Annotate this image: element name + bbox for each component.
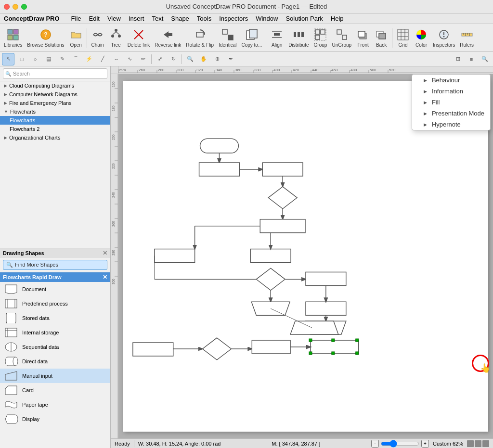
context-menu-fill[interactable]: ▶ Fill	[412, 97, 490, 108]
shape-manual-input[interactable]: Manual input	[0, 369, 110, 383]
identical-button[interactable]: Identical	[217, 26, 238, 51]
canvas-container[interactable]: ▶ Behaviour ▶ Information ▶ Fill ▶ Prese…	[118, 74, 493, 438]
menu-help[interactable]: Help	[327, 14, 348, 23]
sidebar-item-org[interactable]: ▶ Organizational Charts	[0, 133, 110, 142]
connect-tool[interactable]: ⌒	[69, 53, 82, 65]
svg-text:480: 480	[350, 68, 357, 72]
traffic-lights[interactable]	[4, 4, 27, 10]
shape-predefined-process[interactable]: Predefined process	[0, 296, 110, 311]
menu-view[interactable]: View	[104, 14, 125, 23]
color-icon	[415, 28, 428, 41]
sidebar-item-flowcharts-2[interactable]: Flowcharts 2	[0, 125, 110, 133]
zoom-slider[interactable]	[381, 441, 419, 447]
shape-paper-tape[interactable]: Paper tape	[0, 397, 110, 412]
delete-link-button[interactable]: Delete link	[126, 26, 152, 51]
context-menu[interactable]: ▶ Behaviour ▶ Information ▶ Fill ▶ Prese…	[412, 74, 491, 130]
svg-text:340: 340	[216, 68, 222, 72]
hand-tool[interactable]: ⊕	[211, 53, 223, 65]
rulers-button[interactable]: Rulers	[458, 26, 476, 51]
shape-internal-storage[interactable]: Internal storage	[0, 325, 110, 340]
page-view-1[interactable]	[467, 440, 474, 447]
grid-button[interactable]: Grid	[394, 26, 412, 51]
cursor-hand: 👆	[480, 363, 491, 373]
note-tool[interactable]: ✎	[56, 53, 68, 65]
identical-label: Identical	[219, 42, 236, 48]
group-button[interactable]: Group	[311, 26, 329, 51]
select-tool[interactable]: ↖	[2, 53, 14, 65]
page-canvas[interactable]	[123, 81, 488, 432]
menu-edit[interactable]: Edit	[85, 14, 104, 23]
libraries-button[interactable]: Libraries	[2, 26, 24, 51]
menu-tools[interactable]: Tools	[193, 14, 215, 23]
search-input[interactable]	[3, 68, 107, 79]
circle-tool[interactable]: ○	[29, 53, 41, 65]
shape-card[interactable]: Card	[0, 383, 110, 397]
open-button[interactable]: Open	[67, 26, 85, 51]
minimize-button[interactable]	[13, 4, 18, 10]
pan-tool[interactable]: ✋	[197, 53, 210, 65]
color-button[interactable]: Color	[413, 26, 430, 51]
bezier-tool[interactable]: ∿	[123, 53, 136, 65]
menu-file[interactable]: File	[67, 14, 85, 23]
sidebar-item-fire[interactable]: ▶ Fire and Emergency Plans	[0, 99, 110, 107]
page-view-3[interactable]	[482, 440, 489, 447]
menu-solution-park[interactable]: Solution Park	[282, 14, 326, 23]
shape-sequential-data[interactable]: Sequential data	[0, 340, 110, 354]
search-toggle[interactable]: 🔍	[479, 53, 491, 65]
shape-display[interactable]: Display	[0, 412, 110, 426]
pen-tool[interactable]: ✒	[224, 53, 237, 65]
page-view-2[interactable]	[475, 440, 481, 447]
reverse-link-button[interactable]: Reverse link	[153, 26, 183, 51]
find-more-shapes[interactable]: 🔍 Find More Shapes	[3, 260, 107, 270]
rotate-flip-button[interactable]: Rotate & Flip	[184, 26, 216, 51]
shape-document[interactable]: Document	[0, 282, 110, 296]
text-tool[interactable]: ▤	[42, 53, 55, 65]
rapid-draw-close[interactable]: ✕	[103, 274, 107, 281]
poly-tool[interactable]: ⚡	[83, 53, 95, 65]
close-button[interactable]	[4, 4, 10, 10]
align-button[interactable]: Align	[268, 26, 285, 51]
maximize-button[interactable]	[21, 4, 27, 10]
zoom-in-tool[interactable]: 🔍	[184, 53, 196, 65]
menu-inspectors[interactable]: Inspectors	[215, 14, 252, 23]
tree-button[interactable]: Tree	[107, 26, 125, 51]
freehand-tool[interactable]: ✏	[137, 53, 149, 65]
rect-tool[interactable]: □	[15, 53, 28, 65]
back-button[interactable]: Back	[373, 26, 390, 51]
shape-direct-data[interactable]: Direct data	[0, 354, 110, 369]
context-menu-presentation[interactable]: ▶ Presentation Mode	[412, 108, 490, 119]
browse-solutions-label: Browse Solutions	[27, 42, 64, 48]
zoom-in-button[interactable]: +	[421, 440, 429, 448]
ungroup-button[interactable]: UnGroup	[330, 26, 353, 51]
sidebar-item-cloud[interactable]: ▶ Cloud Computing Diagrams	[0, 81, 110, 90]
sidebar-item-network[interactable]: ▶ Computer Network Diagrams	[0, 90, 110, 99]
zoom-out-button[interactable]: -	[371, 440, 379, 448]
context-menu-information[interactable]: ▶ Information	[412, 86, 490, 97]
svg-text:500: 500	[370, 68, 376, 72]
grid-view-toggle[interactable]: ⊞	[452, 53, 464, 65]
front-button[interactable]: Front	[354, 26, 372, 51]
distribute-button[interactable]: Distribute	[286, 26, 311, 51]
manual-input-shape-icon	[4, 370, 18, 382]
rotate-tool[interactable]: ↻	[167, 53, 180, 65]
drawing-shapes-close[interactable]: ✕	[103, 250, 107, 256]
tree-label: Tree	[111, 42, 121, 48]
sidebar-item-flowcharts[interactable]: ▼ Flowcharts	[0, 107, 110, 116]
menu-insert[interactable]: Insert	[125, 14, 148, 23]
copy-to-button[interactable]: Copy to...	[239, 26, 264, 51]
shape-stored-data[interactable]: Stored data	[0, 311, 110, 325]
menu-window[interactable]: Window	[252, 14, 282, 23]
svg-rect-149	[332, 339, 335, 342]
sidebar-item-flowcharts-1[interactable]: Flowcharts	[0, 116, 110, 125]
line-tool[interactable]: ╱	[96, 53, 109, 65]
context-menu-hypernote[interactable]: ▶ Hypernote	[412, 119, 490, 130]
menu-shape[interactable]: Shape	[167, 14, 193, 23]
list-view-toggle[interactable]: ≡	[465, 53, 478, 65]
menu-text[interactable]: Text	[148, 14, 167, 23]
move-tool[interactable]: ⤢	[154, 53, 166, 65]
arc-tool[interactable]: ⌣	[110, 53, 122, 65]
inspectors-button[interactable]: Inspectors	[431, 26, 457, 51]
chain-button[interactable]: Chain	[89, 26, 106, 51]
context-menu-behaviour[interactable]: ▶ Behaviour	[412, 75, 490, 86]
browse-solutions-button[interactable]: ? Browse Solutions	[25, 26, 66, 51]
